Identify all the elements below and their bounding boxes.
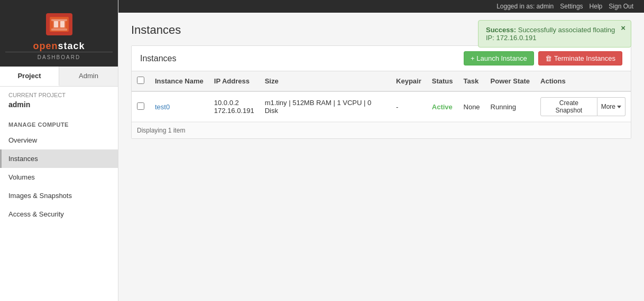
create-snapshot-button[interactable]: Create Snapshot [540, 97, 597, 116]
svg-rect-3 [54, 21, 58, 27]
actions-cell: Create Snapshot More [535, 91, 631, 122]
logo-area: openstack DASHBOARD [0, 0, 118, 67]
launch-instance-button[interactable]: + Launch Instance [464, 51, 534, 65]
panel-header: Instances + Launch Instance 🗑 Terminate … [132, 46, 631, 71]
main-content: Logged in as: admin Settings Help Sign O… [118, 0, 644, 301]
header-keypair: Keypair [391, 71, 427, 91]
sidebar-tabs: Project Admin [0, 67, 118, 87]
table-header-row: Instance Name IP Address Size Keypair St… [132, 71, 631, 91]
power-state-cell: Running [485, 91, 535, 122]
status-cell: Active [427, 91, 458, 122]
task-cell: None [458, 91, 485, 122]
notification-title: Success: [486, 26, 516, 34]
panel-title: Instances [140, 54, 176, 63]
terminate-instances-button[interactable]: 🗑 Terminate Instances [538, 51, 622, 65]
sidebar-item-overview[interactable]: Overview [0, 131, 118, 149]
status-badge: Active [432, 103, 453, 111]
svg-rect-6 [51, 29, 67, 31]
header-task: Task [458, 71, 485, 91]
instances-table: Instance Name IP Address Size Keypair St… [132, 71, 631, 122]
displaying-count: Displaying 1 item [132, 122, 631, 138]
logo-dashboard-label: DASHBOARD [5, 52, 113, 60]
more-actions-button[interactable]: More [597, 97, 625, 116]
size-cell: m1.tiny | 512MB RAM | 1 VCPU | 0 Disk [260, 91, 391, 122]
sidebar-item-access-security[interactable]: Access & Security [0, 205, 118, 223]
topbar: Logged in as: admin Settings Help Sign O… [118, 0, 644, 13]
header-instance-name: Instance Name [150, 71, 209, 91]
svg-rect-5 [51, 19, 67, 21]
openstack-icon [43, 11, 75, 38]
svg-rect-4 [60, 21, 65, 27]
logged-in-label: Logged in as: admin [496, 3, 554, 10]
header-ip-address: IP Address [209, 71, 260, 91]
current-project-name: admin [0, 99, 118, 114]
sidebar-item-volumes[interactable]: Volumes [0, 168, 118, 186]
tab-project[interactable]: Project [0, 67, 59, 86]
row-checkbox[interactable] [137, 102, 144, 110]
openstack-logo: openstack DASHBOARD [5, 11, 113, 60]
keypair-cell: - [391, 91, 427, 122]
caret-icon [617, 106, 621, 108]
notification-close[interactable]: × [621, 24, 625, 32]
tab-admin[interactable]: Admin [59, 67, 118, 86]
current-project-label: CURRENT PROJECT [0, 87, 118, 99]
select-all-checkbox[interactable] [137, 77, 144, 84]
instance-name-cell: test0 [150, 91, 209, 122]
header-actions: Actions [535, 71, 631, 91]
ip-address-1: 10.0.0.2 [214, 99, 254, 107]
sidebar-item-images-snapshots[interactable]: Images & Snapshots [0, 186, 118, 205]
help-link[interactable]: Help [590, 3, 603, 10]
actions-btn-group: Create Snapshot More [540, 97, 625, 116]
sidebar: openstack DASHBOARD Project Admin CURREN… [0, 0, 118, 301]
header-status: Status [427, 71, 458, 91]
row-checkbox-cell [132, 91, 150, 122]
manage-compute-title: Manage Compute [0, 114, 118, 131]
signout-link[interactable]: Sign Out [609, 3, 633, 10]
sidebar-item-instances[interactable]: Instances [0, 149, 118, 168]
notification-box: × Success: Successfully associated float… [478, 20, 631, 48]
instance-name-link[interactable]: test0 [155, 103, 170, 111]
content-area: Instances × Success: Successfully associ… [118, 13, 644, 301]
trash-icon: 🗑 [545, 54, 552, 62]
logo-brand-text: openstack [33, 41, 85, 51]
instances-panel: Instances + Launch Instance 🗑 Terminate … [131, 45, 631, 139]
panel-actions: + Launch Instance 🗑 Terminate Instances [464, 51, 622, 65]
ip-address-cell: 10.0.0.2 172.16.0.191 [209, 91, 260, 122]
table-row: test0 10.0.0.2 172.16.0.191 m1.tiny | 51… [132, 91, 631, 122]
header-power-state: Power State [485, 71, 535, 91]
header-checkbox-cell [132, 71, 150, 91]
ip-address-2: 172.16.0.191 [214, 107, 254, 115]
header-size: Size [260, 71, 391, 91]
settings-link[interactable]: Settings [560, 3, 583, 10]
